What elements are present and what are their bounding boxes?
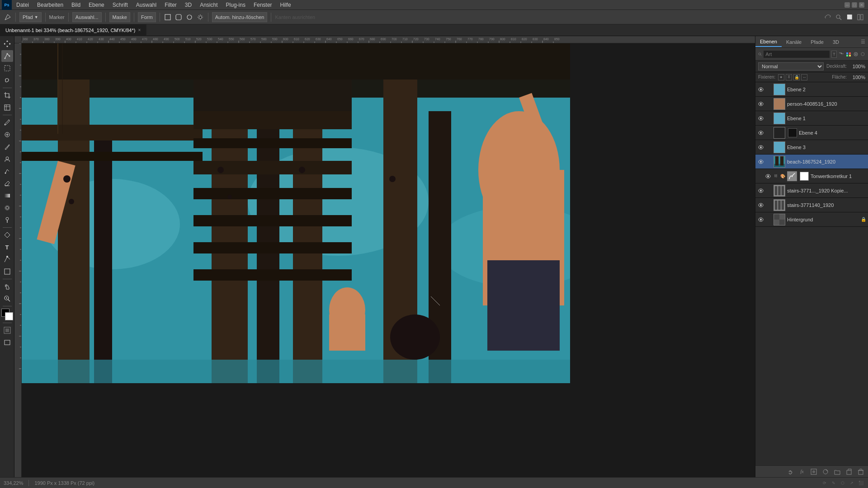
tab-kanaele[interactable]: Kanäle: [782, 38, 806, 47]
tool-gradient[interactable]: [1, 190, 13, 202]
tool-path[interactable]: [1, 50, 13, 62]
layer-item-ebene1[interactable]: Ebene 1: [755, 111, 868, 126]
tool-quick-mask[interactable]: [1, 324, 13, 336]
tool-lasso[interactable]: [1, 75, 13, 86]
menu-fenster[interactable]: Fenster: [250, 1, 276, 9]
menu-bearbeiten[interactable]: Bearbeiten: [33, 1, 67, 9]
add-mask-icon[interactable]: [809, 467, 818, 476]
filter-toggle[interactable]: ⬡: [860, 51, 865, 58]
tool-shape[interactable]: [1, 266, 13, 277]
filter-color-icon[interactable]: [846, 51, 851, 58]
panel-menu-icon[interactable]: ☰: [858, 37, 868, 47]
tool-blur[interactable]: [1, 202, 13, 214]
maximize-button[interactable]: □: [852, 2, 857, 8]
tool-frame[interactable]: [1, 102, 13, 113]
new-group-icon[interactable]: [833, 467, 842, 476]
lock-position-icon[interactable]: ✦: [778, 74, 784, 80]
new-adjustment-icon[interactable]: [821, 467, 830, 476]
tool-stamp[interactable]: [1, 153, 13, 165]
rect-shape-icon[interactable]: [164, 13, 172, 21]
tool-screen-mode[interactable]: [1, 337, 13, 348]
layer-visibility-ebene2[interactable]: [757, 86, 764, 93]
layer-item-ebene3[interactable]: Ebene 3: [755, 140, 868, 155]
tool-heal[interactable]: [1, 129, 13, 141]
layer-visibility-stairs[interactable]: [757, 202, 764, 209]
status-icon-3[interactable]: ⬡: [839, 479, 846, 487]
fx-icon[interactable]: fx: [797, 467, 807, 476]
filter-mask-icon[interactable]: [853, 51, 859, 58]
layer-item-ebene4[interactable]: Ebene 4: [755, 126, 868, 140]
tool-eraser[interactable]: [1, 178, 13, 189]
tool-zoom[interactable]: [1, 293, 13, 305]
tool-type[interactable]: T: [1, 241, 13, 253]
menu-auswahl[interactable]: Auswahl: [132, 1, 160, 9]
layers-search-input[interactable]: [764, 51, 830, 58]
tool-selection[interactable]: [1, 62, 13, 74]
circle-shape-icon[interactable]: [185, 13, 193, 21]
tool-brush[interactable]: [1, 141, 13, 153]
menu-filter[interactable]: Filter: [161, 1, 180, 9]
layer-item-person[interactable]: person-4008516_1920: [755, 97, 868, 111]
background-color[interactable]: [5, 312, 13, 320]
tool-dodge[interactable]: [1, 214, 13, 226]
tab-3d[interactable]: 3D: [828, 38, 844, 47]
layer-visibility-ebene3[interactable]: [757, 144, 764, 151]
menu-schrift[interactable]: Schrift: [109, 1, 132, 9]
menu-ansicht[interactable]: Ansicht: [196, 1, 221, 9]
lock-all-icon[interactable]: 🔒: [793, 74, 800, 80]
status-icon-2[interactable]: ✎: [830, 479, 837, 487]
status-icon-4[interactable]: ↗: [848, 479, 855, 487]
form-button[interactable]: Form: [138, 12, 156, 22]
filter-type-icon[interactable]: T: [831, 51, 837, 58]
menu-bild[interactable]: Bild: [68, 1, 84, 9]
menu-3d[interactable]: 3D: [181, 1, 195, 9]
mask-button[interactable]: Maske: [109, 12, 130, 22]
tool-pen[interactable]: [1, 229, 13, 241]
menu-plugins[interactable]: Plug-ins: [222, 1, 249, 9]
tool-eyedropper[interactable]: [1, 117, 13, 128]
layer-visibility-ebene1[interactable]: [757, 115, 764, 122]
photo-canvas[interactable]: [22, 43, 755, 477]
layer-visibility-hintergrund[interactable]: [757, 216, 764, 223]
layer-item-beach[interactable]: beach-1867524_1920: [755, 155, 868, 169]
menu-datei[interactable]: Datei: [13, 1, 33, 9]
layer-visibility-ebene4[interactable]: [757, 129, 764, 136]
status-icon-1[interactable]: ⟳: [821, 479, 828, 487]
delete-layer-icon[interactable]: [856, 467, 865, 476]
layer-item-stairs[interactable]: stairs-3771140_1920: [755, 198, 868, 212]
layer-visibility-stairs-copy[interactable]: [757, 187, 764, 194]
layer-item-hintergrund[interactable]: Hintergrund 🔒: [755, 212, 868, 227]
tool-hand[interactable]: [1, 281, 13, 292]
new-layer-icon[interactable]: [844, 467, 854, 476]
auswahl-button[interactable]: Auswahl...: [72, 12, 102, 22]
autom-button[interactable]: Autom. hinzu-/löschen: [212, 12, 268, 22]
status-icon-5[interactable]: ⬛: [857, 479, 864, 487]
menu-ebene[interactable]: Ebene: [85, 1, 108, 9]
lock-pixels-icon[interactable]: ⧖: [786, 74, 792, 80]
tool-history-brush[interactable]: [1, 165, 13, 177]
filter-attr-icon[interactable]: [839, 51, 844, 58]
tool-path-selection[interactable]: [1, 253, 13, 265]
tab-close-icon[interactable]: ×: [138, 28, 141, 33]
tool-crop[interactable]: [1, 89, 13, 101]
path-button[interactable]: Pfad ▼: [19, 12, 42, 22]
layer-visibility-tonwert[interactable]: [764, 173, 772, 180]
minimize-button[interactable]: ─: [844, 2, 850, 8]
tab-ebenen[interactable]: Ebenen: [755, 37, 782, 47]
cloud-sync-icon[interactable]: [824, 13, 832, 21]
add-link-icon[interactable]: [786, 467, 795, 476]
document-tab[interactable]: Unbenannt-1 bei 334% (beach-1867524_1920…: [0, 24, 146, 36]
resize-icon[interactable]: ⬜: [845, 13, 854, 21]
search-top-icon[interactable]: [835, 13, 843, 21]
rounded-rect-icon[interactable]: [175, 13, 183, 21]
menu-hilfe[interactable]: Hilfe: [277, 1, 295, 9]
lock-artboard-icon[interactable]: ↔: [801, 74, 807, 80]
panel-icon[interactable]: [856, 13, 864, 21]
color-selector[interactable]: [1, 309, 13, 320]
tab-pfade[interactable]: Pfade: [806, 38, 828, 47]
layer-item-tonwert[interactable]: ⛓ 🎨 Tonwertkorretkur 1: [755, 169, 868, 183]
tool-move[interactable]: [1, 38, 13, 50]
layer-visibility-beach[interactable]: [757, 158, 764, 165]
blend-mode-select[interactable]: Normal: [758, 62, 824, 70]
close-button[interactable]: ✕: [859, 2, 864, 8]
